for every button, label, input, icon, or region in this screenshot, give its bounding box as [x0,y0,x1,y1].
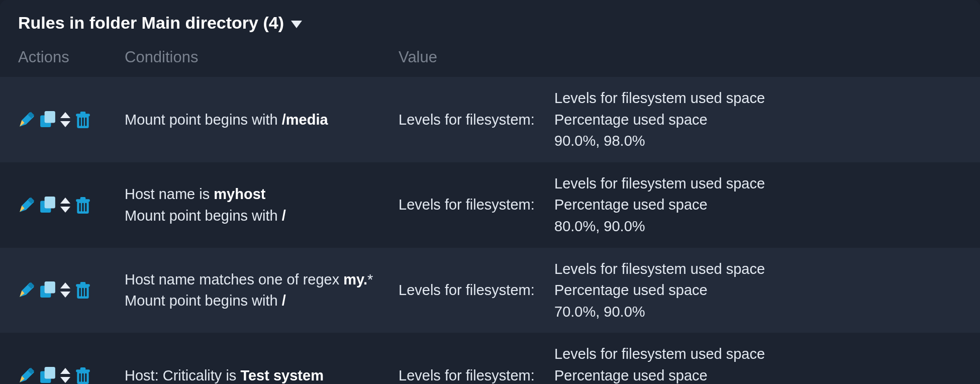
rule-value: Levels for filesystem used spacePercenta… [554,259,962,322]
condition-bold: / [282,208,286,224]
condition-bold: myhost [214,186,265,202]
rule-value: Levels for filesystem used spacePercenta… [554,173,962,237]
value-line: Levels for filesystem used space [554,88,962,109]
condition-line: Mount point begins with / [125,291,388,311]
move-down-button[interactable] [60,121,70,127]
condition-prefix: Mount point begins with [125,293,282,309]
clone-button[interactable] [39,111,56,128]
condition-bold: / [282,293,286,309]
panel-title-toggle[interactable]: Rules in folder Main directory (4) [0,4,980,42]
panel-title: Rules in folder Main directory (4) [18,11,284,35]
row-actions [18,197,125,214]
condition-bold: my. [343,271,367,287]
delete-button[interactable] [74,367,91,384]
move-down-button[interactable] [60,207,70,213]
condition-line: Host name is myhost [125,184,388,205]
condition-line: Mount point begins with /media [125,110,388,130]
condition-prefix: Host name matches one of regex [125,271,343,287]
reorder-control [60,282,70,298]
rules-panel: Rules in folder Main directory (4) Actio… [0,0,980,384]
value-line: Levels for filesystem used space [554,344,962,364]
row-actions [18,367,125,384]
column-headers: Actions Conditions Value [0,42,980,77]
reorder-control [60,198,70,213]
edit-button[interactable] [18,367,35,384]
value-line: Percentage used space [554,110,962,130]
rule-conditions: Host name matches one of regex my.*Mount… [125,269,388,311]
header-actions: Actions [18,46,125,68]
move-down-button[interactable] [60,292,70,298]
value-label: Levels for filesystem: [399,195,554,215]
delete-button[interactable] [74,197,91,214]
condition-bold: /media [282,112,328,128]
value-line: Levels for filesystem used space [554,173,962,194]
edit-button[interactable] [18,111,35,128]
delete-button[interactable] [74,111,91,128]
condition-prefix: Mount point begins with [125,112,282,128]
condition-bold: Test system [240,367,324,383]
clone-button[interactable] [39,367,56,384]
rule-value: Levels for filesystem used spacePercenta… [554,344,962,384]
condition-prefix: Mount point begins with [125,208,282,224]
reorder-control [60,368,70,383]
header-conditions: Conditions [125,46,399,68]
rule-row: Host name is myhostMount point begins wi… [0,162,980,248]
value-line: 70.0%, 90.0% [554,302,962,322]
rule-row: Host name matches one of regex my.*Mount… [0,248,980,333]
condition-suffix: * [367,271,373,287]
rule-row: Host: Criticality is Test systemLevels f… [0,333,980,384]
clone-button[interactable] [39,281,56,299]
rule-conditions: Host name is myhostMount point begins wi… [125,184,388,226]
rows-container: Mount point begins with /mediaLevels for… [0,77,980,384]
edit-button[interactable] [18,197,35,214]
edit-button[interactable] [18,281,35,299]
delete-button[interactable] [74,281,91,299]
value-line: Levels for filesystem used space [554,259,962,279]
condition-prefix: Host: Criticality is [125,367,240,383]
condition-line: Host name matches one of regex my.* [125,269,388,290]
value-line: Percentage used space [554,365,962,384]
move-up-button[interactable] [60,112,70,118]
value-line: Percentage used space [554,195,962,215]
value-label: Levels for filesystem: [399,365,554,384]
value-label: Levels for filesystem: [399,110,554,130]
value-line: 80.0%, 90.0% [554,216,962,237]
rule-conditions: Mount point begins with /media [125,110,388,130]
clone-button[interactable] [39,197,56,214]
rule-row: Mount point begins with /mediaLevels for… [0,77,980,162]
value-line: 90.0%, 98.0% [554,131,962,151]
condition-prefix: Host name is [125,186,214,202]
reorder-control [60,112,70,127]
value-label: Levels for filesystem: [399,280,554,301]
value-line: Percentage used space [554,280,962,301]
rule-conditions: Host: Criticality is Test system [125,365,388,384]
move-up-button[interactable] [60,198,70,204]
move-up-button[interactable] [60,368,70,374]
caret-down-icon [291,21,302,28]
move-down-button[interactable] [60,377,70,383]
row-actions [18,111,125,128]
move-up-button[interactable] [60,282,70,289]
condition-line: Mount point begins with / [125,206,388,226]
header-value: Value [399,46,554,68]
row-actions [18,281,125,299]
condition-line: Host: Criticality is Test system [125,365,388,384]
rule-value: Levels for filesystem used spacePercenta… [554,88,962,151]
